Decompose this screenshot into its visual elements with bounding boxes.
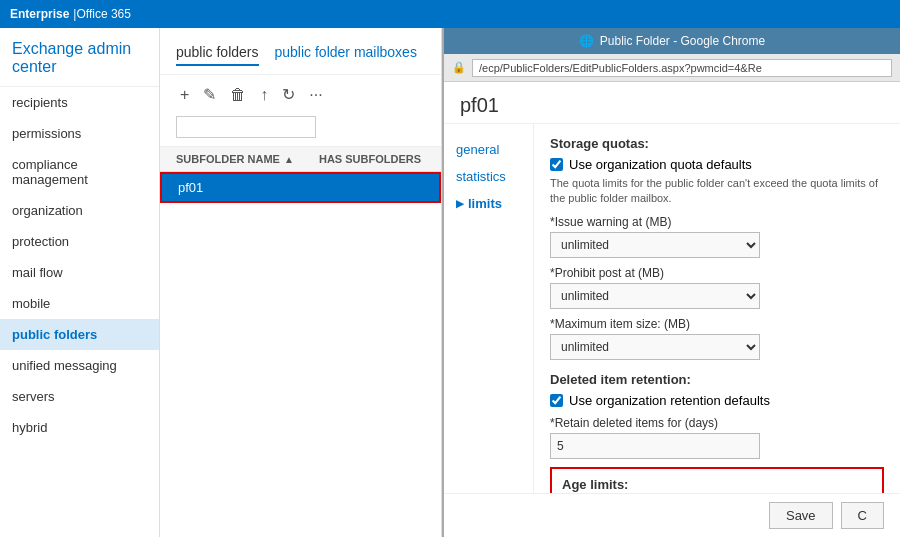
sidebar-item-mail-flow[interactable]: mail flow	[0, 257, 159, 288]
issue-warning-select[interactable]: unlimited	[550, 232, 760, 258]
table-row[interactable]: pf01	[160, 172, 441, 203]
max-item-select[interactable]: unlimited	[550, 334, 760, 360]
sidebar-item-recipients[interactable]: recipients	[0, 87, 159, 118]
content-panel: public folders public folder mailboxes +…	[160, 28, 442, 537]
use-org-retention-checkbox[interactable]	[550, 394, 563, 407]
browser-footer: Save C	[444, 493, 900, 537]
pf-body: general statistics ▶ limits Storage quot…	[444, 124, 900, 493]
table-header: SUBFOLDER NAME ▲ HAS SUBFOLDERS	[160, 147, 441, 172]
lock-icon: 🔒	[452, 61, 466, 74]
pf-form: Storage quotas: Use organization quota d…	[534, 124, 900, 493]
sidebar-item-servers[interactable]: servers	[0, 381, 159, 412]
more-button[interactable]: ···	[305, 84, 326, 106]
save-button[interactable]: Save	[769, 502, 833, 529]
pf-nav-limits[interactable]: ▶ limits	[444, 190, 533, 217]
tab-public-folder-mailboxes[interactable]: public folder mailboxes	[275, 44, 417, 66]
main-container: Exchange admin center recipients permiss…	[0, 28, 900, 537]
browser-title-icon: 🌐	[579, 34, 594, 48]
browser-addressbar: 🔒 /ecp/PublicFolders/EditPublicFolders.a…	[444, 54, 900, 82]
col-has-subfolders-header: HAS SUBFOLDERS	[315, 153, 425, 165]
sidebar-item-protection[interactable]: protection	[0, 226, 159, 257]
folder-name-cell: pf01	[178, 180, 313, 195]
content-header: public folders public folder mailboxes	[160, 28, 441, 75]
prohibit-post-select[interactable]: unlimited	[550, 283, 760, 309]
sidebar-item-unified-messaging[interactable]: unified messaging	[0, 350, 159, 381]
use-org-retention-label: Use organization retention defaults	[569, 393, 770, 408]
browser-titlebar: 🌐 Public Folder - Google Chrome	[444, 28, 900, 54]
sidebar-item-compliance[interactable]: compliance management	[0, 149, 159, 195]
pf-header: pf01	[444, 82, 900, 124]
enterprise-label: Enterprise	[10, 7, 69, 21]
sidebar-item-public-folders[interactable]: public folders	[0, 319, 159, 350]
tab-public-folders[interactable]: public folders	[176, 44, 259, 66]
browser-title-text: Public Folder - Google Chrome	[600, 34, 765, 48]
nav-arrow-icon: ▶	[456, 198, 464, 209]
max-item-label: *Maximum item size: (MB)	[550, 317, 884, 331]
pf-nav: general statistics ▶ limits	[444, 124, 534, 493]
cancel-button[interactable]: C	[841, 502, 884, 529]
sidebar-item-mobile[interactable]: mobile	[0, 288, 159, 319]
up-button[interactable]: ↑	[256, 84, 272, 106]
browser-content: pf01 general statistics ▶ limits Storage…	[444, 82, 900, 537]
retain-days-input[interactable]	[550, 433, 760, 459]
sidebar-title: Exchange admin center	[0, 28, 159, 87]
use-org-quota-label: Use organization quota defaults	[569, 157, 752, 172]
sort-arrow-icon: ▲	[284, 154, 294, 165]
top-bar: Enterprise | Office 365	[0, 0, 900, 28]
col-subfolder-name-header: SUBFOLDER NAME ▲	[176, 153, 315, 165]
toolbar-search-wrap: + ✎ 🗑 ↑ ↻ ···	[176, 83, 425, 138]
use-org-quota-checkbox[interactable]	[550, 158, 563, 171]
refresh-button[interactable]: ↻	[278, 83, 299, 106]
add-button[interactable]: +	[176, 84, 193, 106]
quota-note: The quota limits for the public folder c…	[550, 176, 884, 207]
office365-label: Office 365	[76, 7, 130, 21]
address-text[interactable]: /ecp/PublicFolders/EditPublicFolders.asp…	[472, 59, 892, 77]
age-limits-label: Age limits:	[562, 477, 872, 492]
browser-window: 🌐 Public Folder - Google Chrome 🔒 /ecp/P…	[442, 28, 900, 537]
sidebar-item-permissions[interactable]: permissions	[0, 118, 159, 149]
use-org-quota-row: Use organization quota defaults	[550, 157, 884, 172]
prohibit-post-label: *Prohibit post at (MB)	[550, 266, 884, 280]
use-org-retention-row: Use organization retention defaults	[550, 393, 884, 408]
pf-nav-statistics[interactable]: statistics	[444, 163, 533, 190]
sidebar-item-organization[interactable]: organization	[0, 195, 159, 226]
edit-button[interactable]: ✎	[199, 83, 220, 106]
age-limits-box: Age limits: Use organization age limit d…	[550, 467, 884, 493]
search-input[interactable]	[176, 116, 316, 138]
delete-button[interactable]: 🗑	[226, 84, 250, 106]
storage-quotas-label: Storage quotas:	[550, 136, 884, 151]
sidebar: Exchange admin center recipients permiss…	[0, 28, 160, 537]
sidebar-item-hybrid[interactable]: hybrid	[0, 412, 159, 443]
retain-days-label: *Retain deleted items for (days)	[550, 416, 884, 430]
issue-warning-label: *Issue warning at (MB)	[550, 215, 884, 229]
toolbar: + ✎ 🗑 ↑ ↻ ···	[160, 75, 441, 147]
deleted-retention-label: Deleted item retention:	[550, 372, 884, 387]
pf-nav-general[interactable]: general	[444, 136, 533, 163]
